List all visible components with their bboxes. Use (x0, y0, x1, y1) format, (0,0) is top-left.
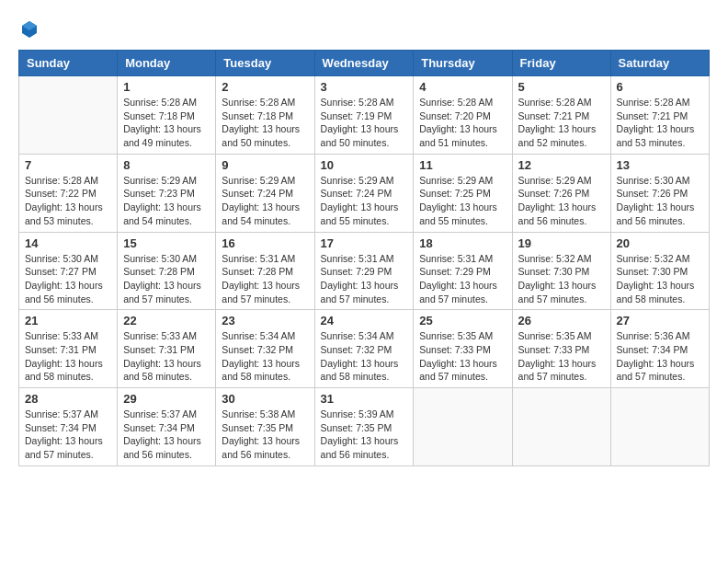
day-info: Sunrise: 5:33 AM Sunset: 7:31 PM Dayligh… (25, 329, 111, 384)
calendar-cell: 9Sunrise: 5:29 AM Sunset: 7:24 PM Daylig… (216, 154, 314, 232)
day-number: 7 (25, 158, 111, 172)
calendar-cell: 27Sunrise: 5:36 AM Sunset: 7:34 PM Dayli… (610, 310, 709, 388)
day-number: 20 (617, 236, 703, 250)
day-number: 29 (123, 392, 210, 406)
calendar-week-row: 21Sunrise: 5:33 AM Sunset: 7:31 PM Dayli… (19, 310, 710, 388)
day-number: 5 (518, 80, 605, 94)
calendar-cell: 23Sunrise: 5:34 AM Sunset: 7:32 PM Dayli… (216, 310, 314, 388)
day-number: 27 (617, 314, 703, 327)
day-header-thursday: Thursday (414, 51, 512, 76)
day-info: Sunrise: 5:37 AM Sunset: 7:34 PM Dayligh… (25, 408, 111, 462)
calendar-cell: 14Sunrise: 5:30 AM Sunset: 7:27 PM Dayli… (19, 232, 118, 310)
day-number: 3 (321, 80, 408, 94)
logo-icon (18, 18, 40, 40)
day-info: Sunrise: 5:28 AM Sunset: 7:21 PM Dayligh… (617, 96, 703, 150)
calendar-cell: 28Sunrise: 5:37 AM Sunset: 7:34 PM Dayli… (19, 388, 118, 466)
calendar-cell: 17Sunrise: 5:31 AM Sunset: 7:29 PM Dayli… (314, 232, 414, 310)
calendar-cell: 18Sunrise: 5:31 AM Sunset: 7:29 PM Dayli… (414, 232, 512, 310)
day-info: Sunrise: 5:29 AM Sunset: 7:26 PM Dayligh… (518, 174, 605, 228)
day-number: 16 (222, 236, 308, 250)
day-info: Sunrise: 5:29 AM Sunset: 7:24 PM Dayligh… (321, 174, 408, 228)
day-info: Sunrise: 5:28 AM Sunset: 7:18 PM Dayligh… (222, 96, 308, 150)
day-number: 9 (222, 158, 308, 172)
calendar-cell: 7Sunrise: 5:28 AM Sunset: 7:22 PM Daylig… (19, 154, 118, 232)
day-number: 28 (25, 392, 111, 406)
day-info: Sunrise: 5:28 AM Sunset: 7:21 PM Dayligh… (518, 96, 605, 150)
day-number: 21 (25, 314, 111, 327)
day-number: 15 (123, 236, 210, 250)
calendar-cell: 20Sunrise: 5:32 AM Sunset: 7:30 PM Dayli… (610, 232, 709, 310)
day-info: Sunrise: 5:28 AM Sunset: 7:22 PM Dayligh… (25, 174, 111, 228)
calendar-cell: 2Sunrise: 5:28 AM Sunset: 7:18 PM Daylig… (216, 76, 314, 155)
calendar-cell (19, 76, 118, 155)
calendar-table: SundayMondayTuesdayWednesdayThursdayFrid… (18, 50, 710, 466)
day-number: 2 (222, 80, 308, 94)
calendar-cell: 10Sunrise: 5:29 AM Sunset: 7:24 PM Dayli… (314, 154, 414, 232)
calendar-cell: 6Sunrise: 5:28 AM Sunset: 7:21 PM Daylig… (610, 76, 709, 155)
day-number: 6 (617, 80, 703, 94)
calendar-cell: 31Sunrise: 5:39 AM Sunset: 7:35 PM Dayli… (314, 388, 414, 466)
day-number: 14 (25, 236, 111, 250)
calendar-cell: 13Sunrise: 5:30 AM Sunset: 7:26 PM Dayli… (610, 154, 709, 232)
calendar-cell: 24Sunrise: 5:34 AM Sunset: 7:32 PM Dayli… (314, 310, 414, 388)
day-info: Sunrise: 5:38 AM Sunset: 7:35 PM Dayligh… (222, 408, 308, 462)
day-header-saturday: Saturday (610, 51, 709, 76)
day-number: 23 (222, 314, 308, 327)
day-number: 22 (123, 314, 210, 327)
day-info: Sunrise: 5:32 AM Sunset: 7:30 PM Dayligh… (518, 252, 605, 306)
calendar-cell: 4Sunrise: 5:28 AM Sunset: 7:20 PM Daylig… (414, 76, 512, 155)
day-number: 8 (123, 158, 210, 172)
calendar-week-row: 1Sunrise: 5:28 AM Sunset: 7:18 PM Daylig… (19, 76, 710, 155)
day-info: Sunrise: 5:28 AM Sunset: 7:20 PM Dayligh… (419, 96, 506, 150)
calendar-cell (512, 388, 610, 466)
calendar-cell: 16Sunrise: 5:31 AM Sunset: 7:28 PM Dayli… (216, 232, 314, 310)
calendar-cell: 12Sunrise: 5:29 AM Sunset: 7:26 PM Dayli… (512, 154, 610, 232)
day-info: Sunrise: 5:29 AM Sunset: 7:23 PM Dayligh… (123, 174, 210, 228)
page-header (18, 18, 710, 40)
day-info: Sunrise: 5:29 AM Sunset: 7:25 PM Dayligh… (419, 174, 506, 228)
day-header-tuesday: Tuesday (216, 51, 314, 76)
day-info: Sunrise: 5:29 AM Sunset: 7:24 PM Dayligh… (222, 174, 308, 228)
calendar-cell: 8Sunrise: 5:29 AM Sunset: 7:23 PM Daylig… (118, 154, 216, 232)
calendar-cell: 11Sunrise: 5:29 AM Sunset: 7:25 PM Dayli… (414, 154, 512, 232)
calendar-cell: 21Sunrise: 5:33 AM Sunset: 7:31 PM Dayli… (19, 310, 118, 388)
day-info: Sunrise: 5:37 AM Sunset: 7:34 PM Dayligh… (123, 408, 210, 462)
logo (18, 18, 44, 40)
day-info: Sunrise: 5:28 AM Sunset: 7:19 PM Dayligh… (321, 96, 408, 150)
day-number: 13 (617, 158, 703, 172)
day-number: 10 (321, 158, 408, 172)
calendar-cell: 25Sunrise: 5:35 AM Sunset: 7:33 PM Dayli… (414, 310, 512, 388)
day-info: Sunrise: 5:35 AM Sunset: 7:33 PM Dayligh… (518, 329, 605, 384)
calendar-cell: 22Sunrise: 5:33 AM Sunset: 7:31 PM Dayli… (118, 310, 216, 388)
day-info: Sunrise: 5:31 AM Sunset: 7:28 PM Dayligh… (222, 252, 308, 306)
day-info: Sunrise: 5:30 AM Sunset: 7:27 PM Dayligh… (25, 252, 111, 306)
day-number: 17 (321, 236, 408, 250)
day-info: Sunrise: 5:36 AM Sunset: 7:34 PM Dayligh… (617, 329, 703, 384)
calendar-cell: 19Sunrise: 5:32 AM Sunset: 7:30 PM Dayli… (512, 232, 610, 310)
day-header-wednesday: Wednesday (314, 51, 414, 76)
day-number: 30 (222, 392, 308, 406)
calendar-cell: 15Sunrise: 5:30 AM Sunset: 7:28 PM Dayli… (118, 232, 216, 310)
day-number: 19 (518, 236, 605, 250)
calendar-cell: 5Sunrise: 5:28 AM Sunset: 7:21 PM Daylig… (512, 76, 610, 155)
day-number: 24 (321, 314, 408, 327)
day-header-friday: Friday (512, 51, 610, 76)
calendar-week-row: 7Sunrise: 5:28 AM Sunset: 7:22 PM Daylig… (19, 154, 710, 232)
calendar-cell (414, 388, 512, 466)
day-number: 26 (518, 314, 605, 327)
calendar-header-row: SundayMondayTuesdayWednesdayThursdayFrid… (19, 51, 710, 76)
day-number: 12 (518, 158, 605, 172)
calendar-cell: 3Sunrise: 5:28 AM Sunset: 7:19 PM Daylig… (314, 76, 414, 155)
calendar-cell: 1Sunrise: 5:28 AM Sunset: 7:18 PM Daylig… (118, 76, 216, 155)
day-info: Sunrise: 5:28 AM Sunset: 7:18 PM Dayligh… (123, 96, 210, 150)
day-number: 31 (321, 392, 408, 406)
day-info: Sunrise: 5:34 AM Sunset: 7:32 PM Dayligh… (222, 329, 308, 384)
day-header-monday: Monday (118, 51, 216, 76)
day-info: Sunrise: 5:32 AM Sunset: 7:30 PM Dayligh… (617, 252, 703, 306)
day-info: Sunrise: 5:30 AM Sunset: 7:26 PM Dayligh… (617, 174, 703, 228)
day-number: 25 (419, 314, 506, 327)
calendar-cell: 30Sunrise: 5:38 AM Sunset: 7:35 PM Dayli… (216, 388, 314, 466)
day-number: 18 (419, 236, 506, 250)
calendar-cell (610, 388, 709, 466)
day-info: Sunrise: 5:34 AM Sunset: 7:32 PM Dayligh… (321, 329, 408, 384)
